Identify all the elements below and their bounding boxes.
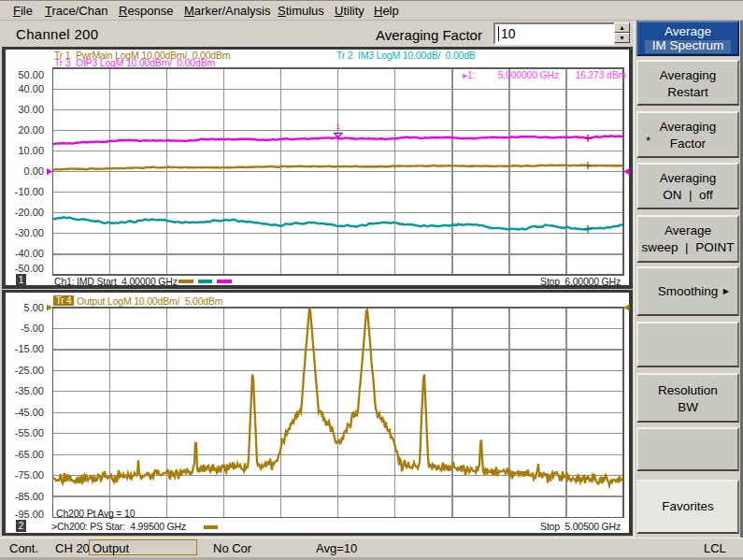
- svg-text:1: 1: [336, 122, 341, 131]
